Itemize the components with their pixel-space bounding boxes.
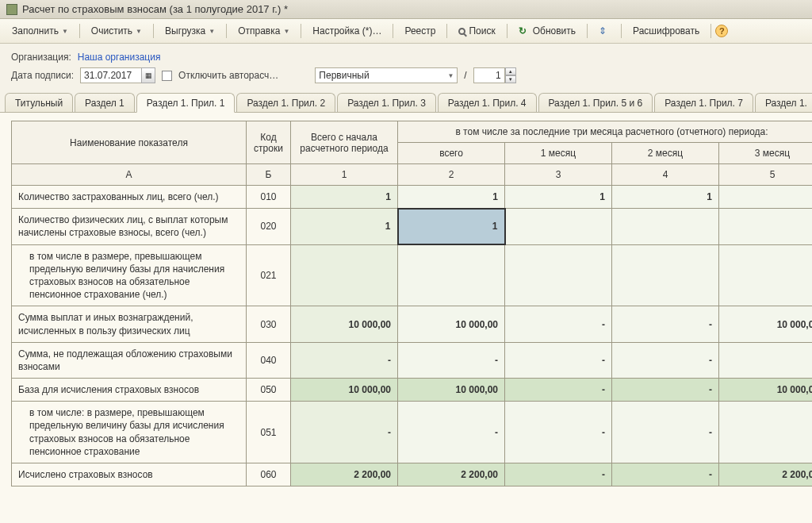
value-cell[interactable]: - [505,379,612,402]
value-cell[interactable] [719,244,813,306]
value-cell[interactable]: - [398,402,505,463]
table-row: Сумма выплат и иных вознаграждений, исчи… [12,306,813,342]
chevron-down-icon: ▼ [447,72,454,79]
table-row: Количество застрахованных лиц, всего (че… [12,186,813,209]
value-cell[interactable]: - [291,342,398,378]
settings-button[interactable]: Настройка (*)… [305,22,389,40]
value-cell[interactable]: 1 [719,186,813,209]
refresh-button[interactable]: ↻Обновить [511,22,583,40]
table-row: Исчислено страховых взносов0602 200,002 … [12,463,813,486]
help-icon[interactable]: ? [715,25,728,37]
tab-content: Наименование показателя Код строки Всего… [0,112,812,523]
row-label: Сумма выплат и иных вознаграждений, исчи… [12,306,247,342]
row-code: 030 [247,306,291,342]
fill-button[interactable]: Заполнить▼ [5,22,75,40]
row-label: в том числе в размере, превышающем преде… [12,244,247,306]
value-cell[interactable]: 1 [398,209,505,244]
row-label: База для исчисления страховых взносов [12,379,247,402]
tab-0[interactable]: Титульный [5,93,73,112]
org-link[interactable]: Наша организация [78,52,161,63]
value-cell[interactable]: - [612,306,719,342]
tab-2[interactable]: Раздел 1. Прил. 1 [136,93,236,113]
row-code: 020 [247,209,291,244]
value-cell[interactable]: - [612,379,719,402]
org-label: Организация: [11,52,71,63]
decode-button[interactable]: Расшифровать [626,22,707,40]
col-4: 4 [612,164,719,186]
correction-type-select[interactable]: Первичный ▼ [315,67,458,83]
value-cell[interactable] [612,209,719,244]
registry-button[interactable]: Реестр [397,22,442,40]
value-cell[interactable]: 1 [398,186,505,209]
value-cell[interactable]: - [612,342,719,378]
search-icon [458,28,465,35]
chevron-down-icon: ▼ [62,28,68,35]
table-row: Количество физических лиц, с выплат кото… [12,209,813,244]
value-cell[interactable] [612,244,719,306]
app-icon [6,4,17,15]
value-cell[interactable]: 2 200,00 [398,463,505,486]
disable-autocalc-checkbox[interactable] [162,71,172,81]
value-cell[interactable]: 2 200,00 [291,463,398,486]
export-button[interactable]: Выгрузка▼ [158,22,222,40]
value-cell[interactable]: 10 000,00 [291,306,398,342]
expand-button[interactable]: ⇕ [592,22,617,40]
value-cell[interactable]: - [505,306,612,342]
tab-7[interactable]: Раздел 1. Прил. 7 [654,93,753,112]
col-3: 3 [505,164,612,186]
data-table: Наименование показателя Код строки Всего… [11,121,812,486]
chevron-down-icon: ▼ [209,28,215,35]
tab-1[interactable]: Раздел 1 [75,93,135,112]
value-cell[interactable]: 10 000,00 [291,379,398,402]
value-cell[interactable] [398,244,505,306]
title-bar: Расчет по страховым взносам (за 1 полуго… [0,0,812,19]
value-cell[interactable]: 1 [612,186,719,209]
value-cell[interactable]: 10 000,00 [398,379,505,402]
date-label: Дата подписи: [11,70,74,81]
date-input[interactable]: 31.07.2017 [80,67,142,83]
tab-6[interactable]: Раздел 1. Прил. 5 и 6 [538,93,653,112]
table-row: в том числе в размере, превышающем преде… [12,244,813,306]
correction-number-input[interactable]: 1 [473,67,505,83]
value-cell[interactable]: - [612,402,719,463]
value-cell[interactable] [505,209,612,244]
col-b: Б [247,164,291,186]
clear-button[interactable]: Очистить▼ [84,22,149,40]
search-button[interactable]: Поиск [451,22,502,40]
row-code: 051 [247,402,291,463]
value-cell[interactable]: 1 [291,209,398,244]
value-cell[interactable]: - [719,342,813,378]
th-code: Код строки [247,121,291,164]
th-total: Всего с начала расчетного периода [291,121,398,164]
value-cell[interactable] [291,244,398,306]
value-cell[interactable]: 1 [719,209,813,244]
number-spinner[interactable]: ▲▼ [505,67,516,83]
value-cell[interactable]: - [505,342,612,378]
value-cell[interactable]: - [612,463,719,486]
row-code: 010 [247,186,291,209]
value-cell[interactable]: 10 000,00 [398,306,505,342]
value-cell[interactable]: - [291,402,398,463]
value-cell[interactable]: - [398,342,505,378]
tab-4[interactable]: Раздел 1. Прил. 3 [337,93,436,112]
tab-8[interactable]: Раздел 1. [755,93,812,112]
date-picker-button[interactable]: ▦ [141,67,155,83]
value-cell[interactable]: - [505,463,612,486]
value-cell[interactable]: 10 000,00 [719,379,813,402]
value-cell[interactable]: 10 000,00 [719,306,813,342]
tab-bar: ТитульныйРаздел 1Раздел 1. Прил. 1Раздел… [0,93,812,112]
th-group: в том числе за последние три месяца расч… [398,121,813,143]
row-label: Количество физических лиц, с выплат кото… [12,209,247,244]
value-cell[interactable]: 2 200,00 [719,463,813,486]
send-button[interactable]: Отправка▼ [231,22,297,40]
tab-5[interactable]: Раздел 1. Прил. 4 [438,93,537,112]
tab-3[interactable]: Раздел 1. Прил. 2 [236,93,335,112]
value-cell[interactable]: - [719,402,813,463]
value-cell[interactable] [505,244,612,306]
value-cell[interactable]: 1 [291,186,398,209]
disable-autocalc-label: Отключить авторасч… [178,70,278,81]
refresh-icon: ↻ [519,25,530,37]
th-subtotal: всего [398,143,505,164]
value-cell[interactable]: 1 [505,186,612,209]
value-cell[interactable]: - [505,402,612,463]
